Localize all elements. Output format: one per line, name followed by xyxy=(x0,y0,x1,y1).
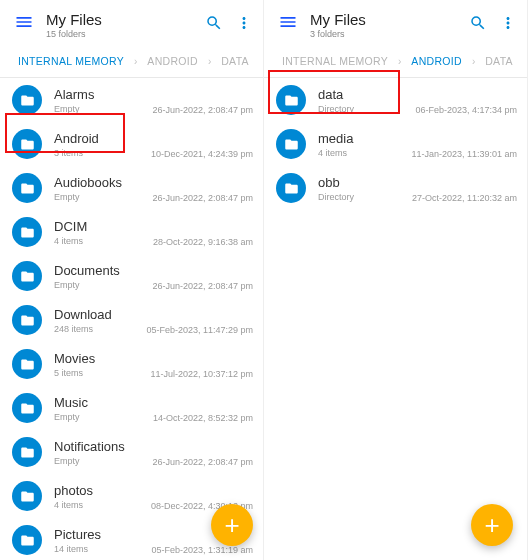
folder-item[interactable]: AudiobooksEmpty26-Jun-2022, 2:08:47 pm xyxy=(0,166,263,210)
header-actions xyxy=(469,14,517,36)
folder-list: dataDirectory06-Feb-2023, 4:17:34 pmmedi… xyxy=(264,78,527,560)
folder-icon xyxy=(276,173,306,203)
item-sub: 3 items xyxy=(54,148,151,158)
folder-item[interactable]: NotificationsEmpty26-Jun-2022, 2:08:47 p… xyxy=(0,430,263,474)
header: My Files 3 folders xyxy=(264,0,527,47)
item-meta: Movies5 items xyxy=(54,351,150,378)
folder-item[interactable]: obbDirectory27-Oct-2022, 11:20:32 am xyxy=(264,166,527,210)
folder-icon xyxy=(276,129,306,159)
chevron-right-icon: › xyxy=(472,56,475,67)
crumb-internal[interactable]: INTERNAL MEMORY xyxy=(18,55,124,67)
search-icon[interactable] xyxy=(205,14,223,36)
folder-item[interactable]: Android3 items10-Dec-2021, 4:24:39 pm xyxy=(0,122,263,166)
item-name: Android xyxy=(54,131,151,146)
item-date: 05-Feb-2023, 1:31:19 am xyxy=(151,545,253,555)
title-block: My Files 15 folders xyxy=(46,11,205,39)
folder-icon xyxy=(12,437,42,467)
item-meta: obbDirectory xyxy=(318,175,412,202)
item-meta: AudiobooksEmpty xyxy=(54,175,152,202)
item-date: 05-Feb-2023, 11:47:29 pm xyxy=(146,325,253,335)
item-sub: Empty xyxy=(54,280,152,290)
crumb-android[interactable]: ANDROID xyxy=(147,55,198,67)
fab-add[interactable]: + xyxy=(471,504,513,546)
folder-icon xyxy=(12,217,42,247)
folder-icon xyxy=(12,481,42,511)
item-name: Movies xyxy=(54,351,150,366)
more-icon[interactable] xyxy=(235,14,253,36)
item-sub: Directory xyxy=(318,104,415,114)
chevron-right-icon: › xyxy=(398,56,401,67)
folder-item[interactable]: DocumentsEmpty26-Jun-2022, 2:08:47 pm xyxy=(0,254,263,298)
item-meta: DocumentsEmpty xyxy=(54,263,152,290)
item-sub: 14 items xyxy=(54,544,151,554)
item-sub: 248 items xyxy=(54,324,146,334)
title-block: My Files 3 folders xyxy=(310,11,469,39)
item-meta: Pictures14 items xyxy=(54,527,151,554)
folder-item[interactable]: Download248 items05-Feb-2023, 11:47:29 p… xyxy=(0,298,263,342)
crumb-data[interactable]: DATA xyxy=(485,55,513,67)
item-date: 14-Oct-2022, 8:52:32 pm xyxy=(153,413,253,423)
folder-count: 3 folders xyxy=(310,29,469,39)
item-date: 11-Jan-2023, 11:39:01 am xyxy=(411,149,517,159)
header-actions xyxy=(205,14,253,36)
folder-icon xyxy=(12,129,42,159)
folder-icon xyxy=(12,261,42,291)
folder-item[interactable]: dataDirectory06-Feb-2023, 4:17:34 pm xyxy=(264,78,527,122)
item-sub: Empty xyxy=(54,412,153,422)
crumb-internal[interactable]: INTERNAL MEMORY xyxy=(282,55,388,67)
header: My Files 15 folders xyxy=(0,0,263,47)
menu-icon[interactable] xyxy=(274,8,302,41)
item-sub: 4 items xyxy=(318,148,411,158)
folder-icon xyxy=(12,349,42,379)
item-name: Documents xyxy=(54,263,152,278)
folder-item[interactable]: DCIM4 items28-Oct-2022, 9:16:38 am xyxy=(0,210,263,254)
item-date: 26-Jun-2022, 2:08:47 pm xyxy=(152,457,253,467)
item-name: Notifications xyxy=(54,439,152,454)
folder-icon xyxy=(12,85,42,115)
folder-item[interactable]: media4 items11-Jan-2023, 11:39:01 am xyxy=(264,122,527,166)
item-sub: Empty xyxy=(54,456,152,466)
item-date: 26-Jun-2022, 2:08:47 pm xyxy=(152,281,253,291)
item-name: media xyxy=(318,131,411,146)
crumb-data[interactable]: DATA xyxy=(221,55,249,67)
item-date: 26-Jun-2022, 2:08:47 pm xyxy=(152,193,253,203)
item-date: 27-Oct-2022, 11:20:32 am xyxy=(412,193,517,203)
fab-add[interactable]: + xyxy=(211,504,253,546)
item-date: 28-Oct-2022, 9:16:38 am xyxy=(153,237,253,247)
more-icon[interactable] xyxy=(499,14,517,36)
item-name: Alarms xyxy=(54,87,152,102)
folder-item[interactable]: AlarmsEmpty26-Jun-2022, 2:08:47 pm xyxy=(0,78,263,122)
item-date: 06-Feb-2023, 4:17:34 pm xyxy=(415,105,517,115)
folder-icon xyxy=(12,525,42,555)
crumb-android[interactable]: ANDROID xyxy=(411,55,462,67)
search-icon[interactable] xyxy=(469,14,487,36)
item-meta: Android3 items xyxy=(54,131,151,158)
screen-internal-memory: My Files 15 folders INTERNAL MEMORY › AN… xyxy=(0,0,264,560)
item-meta: NotificationsEmpty xyxy=(54,439,152,466)
chevron-right-icon: › xyxy=(208,56,211,67)
app-title: My Files xyxy=(46,11,205,28)
folder-list: AlarmsEmpty26-Jun-2022, 2:08:47 pmAndroi… xyxy=(0,78,263,560)
item-name: Pictures xyxy=(54,527,151,542)
folder-count: 15 folders xyxy=(46,29,205,39)
item-date: 10-Dec-2021, 4:24:39 pm xyxy=(151,149,253,159)
item-name: data xyxy=(318,87,415,102)
folder-item[interactable]: Movies5 items11-Jul-2022, 10:37:12 pm xyxy=(0,342,263,386)
menu-icon[interactable] xyxy=(10,8,38,41)
item-name: Music xyxy=(54,395,153,410)
item-meta: AlarmsEmpty xyxy=(54,87,152,114)
item-meta: Download248 items xyxy=(54,307,146,334)
item-sub: Empty xyxy=(54,192,152,202)
item-meta: MusicEmpty xyxy=(54,395,153,422)
item-name: Download xyxy=(54,307,146,322)
app-title: My Files xyxy=(310,11,469,28)
breadcrumb: INTERNAL MEMORY › ANDROID › DATA xyxy=(264,47,527,78)
item-sub: 4 items xyxy=(54,500,151,510)
item-meta: DCIM4 items xyxy=(54,219,153,246)
folder-icon xyxy=(276,85,306,115)
item-sub: 5 items xyxy=(54,368,150,378)
folder-item[interactable]: MusicEmpty14-Oct-2022, 8:52:32 pm xyxy=(0,386,263,430)
item-name: photos xyxy=(54,483,151,498)
chevron-right-icon: › xyxy=(134,56,137,67)
item-sub: 4 items xyxy=(54,236,153,246)
